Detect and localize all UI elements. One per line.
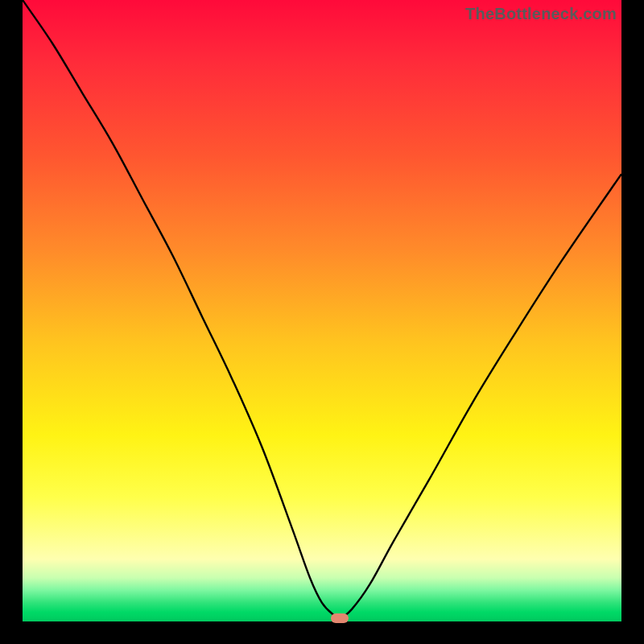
curve-path [23,0,621,619]
chart-frame: TheBottleneck.com [0,0,644,644]
bottleneck-curve [23,0,621,621]
watermark-text: TheBottleneck.com [465,5,617,23]
plot-area [23,0,621,621]
minimum-marker [331,613,349,623]
